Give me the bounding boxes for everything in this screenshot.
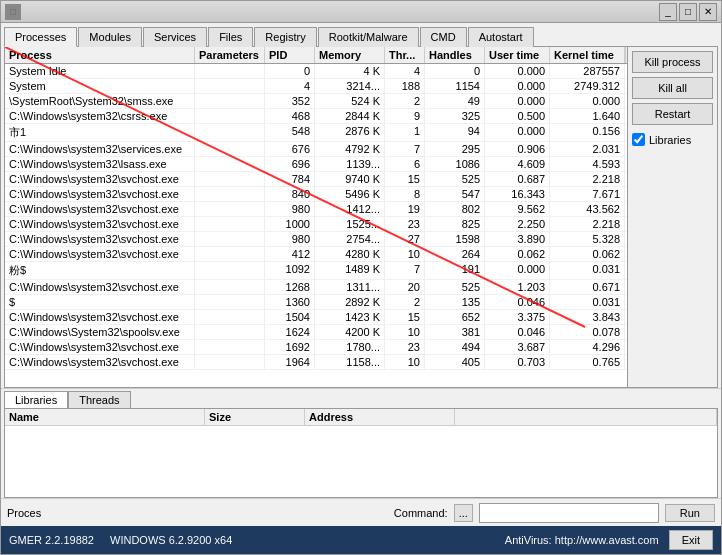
command-label: Command:: [394, 507, 448, 519]
col-parameters: Parameters: [195, 47, 265, 63]
table-cell: 10: [385, 247, 425, 261]
table-row[interactable]: C:\Windows\system32\svchost.exe19641158.…: [5, 355, 627, 370]
run-button[interactable]: Run: [665, 504, 715, 522]
table-cell: [195, 157, 265, 171]
col-pid: PID: [265, 47, 315, 63]
restart-button[interactable]: Restart: [632, 103, 713, 125]
tab-registry[interactable]: Registry: [254, 27, 316, 47]
table-cell: 4.296: [550, 340, 625, 354]
table-row[interactable]: $13602892 K21350.0460.031: [5, 295, 627, 310]
table-cell: 0.031: [550, 295, 625, 309]
table-cell: 295: [425, 142, 485, 156]
libraries-checkbox-area: Libraries: [632, 133, 713, 146]
tab-processes[interactable]: Processes: [4, 27, 77, 47]
table-row[interactable]: 市15482876 K1940.0000.156: [5, 124, 627, 142]
exit-button[interactable]: Exit: [669, 530, 713, 550]
table-cell: [195, 142, 265, 156]
table-cell: 23: [385, 217, 425, 231]
table-cell: 2: [385, 295, 425, 309]
table-row[interactable]: 粉$10921489 K71910.0000.031: [5, 262, 627, 280]
maximize-button[interactable]: □: [679, 3, 697, 21]
libraries-checkbox[interactable]: [632, 133, 645, 146]
table-row[interactable]: C:\Windows\system32\svchost.exe10001525.…: [5, 217, 627, 232]
table-cell: [195, 295, 265, 309]
table-row[interactable]: C:\Windows\system32\lsass.exe6961139...6…: [5, 157, 627, 172]
kill-process-button[interactable]: Kill process: [632, 51, 713, 73]
tab-autostart[interactable]: Autostart: [468, 27, 534, 47]
table-cell: [195, 325, 265, 339]
table-cell: 0.000: [485, 64, 550, 78]
tab-rootkit-malware[interactable]: Rootkit/Malware: [318, 27, 419, 47]
table-row[interactable]: C:\Windows\system32\svchost.exe12681311.…: [5, 280, 627, 295]
table-cell: 2754...: [315, 232, 385, 246]
table-cell: 1.640: [550, 109, 625, 123]
table-row[interactable]: C:\Windows\system32\svchost.exe15041423 …: [5, 310, 627, 325]
table-cell: 4: [385, 64, 425, 78]
table-row[interactable]: C:\Windows\system32\svchost.exe4124280 K…: [5, 247, 627, 262]
table-row[interactable]: System Idle04 K400.000287557: [5, 64, 627, 79]
table-cell: 1268: [265, 280, 315, 294]
col-kernel-time: Kernel time: [550, 47, 625, 63]
table-row[interactable]: C:\Windows\system32\svchost.exe16921780.…: [5, 340, 627, 355]
table-cell: 3214...: [315, 79, 385, 93]
table-cell: 0.031: [550, 262, 625, 279]
table-cell: C:\Windows\system32\csrss.exe: [5, 109, 195, 123]
table-cell: 5.328: [550, 232, 625, 246]
table-cell: 94: [425, 124, 485, 141]
table-cell: [195, 217, 265, 231]
minimize-button[interactable]: _: [659, 3, 677, 21]
table-cell: 2.250: [485, 217, 550, 231]
browse-button[interactable]: ...: [454, 504, 473, 522]
table-cell: 0.687: [485, 172, 550, 186]
table-cell: 7.671: [550, 187, 625, 201]
table-row[interactable]: C:\Windows\system32\csrss.exe4682844 K93…: [5, 109, 627, 124]
table-cell: 9740 K: [315, 172, 385, 186]
table-cell: 0.000: [550, 94, 625, 108]
table-cell: 381: [425, 325, 485, 339]
table-cell: 802: [425, 202, 485, 216]
kill-all-button[interactable]: Kill all: [632, 77, 713, 99]
bottom-tab-threads[interactable]: Threads: [68, 391, 130, 408]
table-cell: 1423 K: [315, 310, 385, 324]
table-cell: 1780...: [315, 340, 385, 354]
table-cell: 7: [385, 142, 425, 156]
tab-files[interactable]: Files: [208, 27, 253, 47]
tab-services[interactable]: Services: [143, 27, 207, 47]
bottom-tab-bar: Libraries Threads: [1, 388, 721, 408]
table-row[interactable]: C:\Windows\system32\services.exe6764792 …: [5, 142, 627, 157]
table-cell: 784: [265, 172, 315, 186]
table-cell: 840: [265, 187, 315, 201]
close-button[interactable]: ✕: [699, 3, 717, 21]
table-row[interactable]: System43214...18811540.0002749.312: [5, 79, 627, 94]
command-input[interactable]: [479, 503, 659, 523]
table-cell: C:\Windows\system32\svchost.exe: [5, 172, 195, 186]
table-cell: 2876 K: [315, 124, 385, 141]
table-row[interactable]: C:\Windows\system32\svchost.exe8405496 K…: [5, 187, 627, 202]
table-cell: C:\Windows\system32\svchost.exe: [5, 340, 195, 354]
antivirus-info: AntiVirus: http://www.avast.com: [505, 534, 659, 546]
scrollbar[interactable]: [625, 47, 627, 63]
tab-modules[interactable]: Modules: [78, 27, 142, 47]
tab-cmd[interactable]: CMD: [420, 27, 467, 47]
bottom-tab-libraries[interactable]: Libraries: [4, 391, 68, 408]
table-cell: [195, 262, 265, 279]
table-cell: 1: [385, 124, 425, 141]
table-cell: 2892 K: [315, 295, 385, 309]
table-row[interactable]: \SystemRoot\System32\smss.exe352524 K249…: [5, 94, 627, 109]
table-cell: [195, 355, 265, 369]
title-bar-buttons: _ □ ✕: [659, 3, 717, 21]
table-row[interactable]: C:\Windows\system32\svchost.exe9802754..…: [5, 232, 627, 247]
table-row[interactable]: C:\Windows\System32\spoolsv.exe16244200 …: [5, 325, 627, 340]
bottom-panel-header: Name Size Address: [5, 409, 717, 426]
table-cell: 4.609: [485, 157, 550, 171]
table-row[interactable]: C:\Windows\system32\svchost.exe7849740 K…: [5, 172, 627, 187]
table-cell: 0.046: [485, 295, 550, 309]
table-cell: [195, 79, 265, 93]
table-cell: 1525...: [315, 217, 385, 231]
table-cell: 49: [425, 94, 485, 108]
table-cell: 1624: [265, 325, 315, 339]
table-cell: 188: [385, 79, 425, 93]
table-row[interactable]: C:\Windows\system32\svchost.exe9801412..…: [5, 202, 627, 217]
table-cell: 0.703: [485, 355, 550, 369]
table-cell: 4280 K: [315, 247, 385, 261]
